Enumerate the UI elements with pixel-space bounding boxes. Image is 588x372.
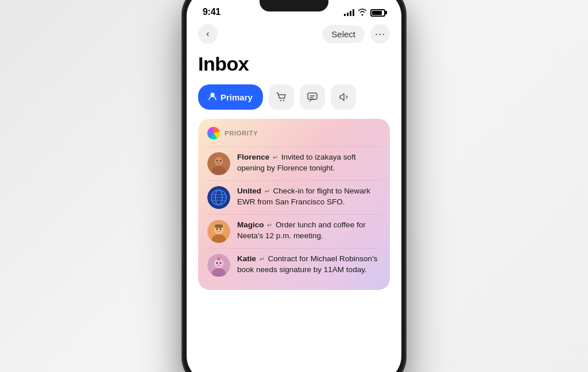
email-sender-florence: Florence bbox=[237, 153, 269, 161]
svg-point-29 bbox=[217, 257, 220, 261]
svg-rect-23 bbox=[215, 224, 223, 228]
email-sender-magico: Magico bbox=[237, 220, 264, 229]
signal-icon bbox=[344, 9, 354, 16]
select-button[interactable]: Select bbox=[322, 25, 365, 43]
phone-screen: 9:41 bbox=[187, 0, 401, 372]
email-content-florence: Florence ↵ Invited to izakaya soft openi… bbox=[237, 152, 381, 174]
more-button[interactable]: ··· bbox=[370, 24, 390, 44]
back-button[interactable]: ‹ bbox=[198, 24, 218, 44]
svg-point-27 bbox=[216, 262, 218, 264]
email-content-katie: Katie ↵ Contract for Michael Robinson's … bbox=[237, 254, 381, 276]
email-content-magico: Magico ↵ Order lunch and coffee for Neet… bbox=[237, 220, 381, 242]
priority-label: PRIORITY bbox=[225, 130, 258, 137]
tab-shopping[interactable] bbox=[269, 84, 294, 110]
back-chevron-icon: ‹ bbox=[206, 29, 209, 39]
email-item-magico[interactable]: Magico ↵ Order lunch and coffee for Neet… bbox=[207, 214, 381, 248]
chat-icon bbox=[307, 91, 318, 103]
person-icon bbox=[208, 92, 216, 102]
svg-point-22 bbox=[220, 228, 222, 230]
avatar-united bbox=[207, 186, 230, 209]
email-item-florence[interactable]: Florence ↵ Invited to izakaya soft openi… bbox=[207, 146, 381, 180]
dynamic-island bbox=[260, 0, 328, 11]
email-content-united: United ↵ Check-in for flight to Newark E… bbox=[237, 186, 381, 208]
cart-icon bbox=[276, 91, 287, 103]
tab-primary[interactable]: Primary bbox=[198, 84, 263, 110]
priority-header: PRIORITY bbox=[207, 127, 381, 140]
svg-point-2 bbox=[283, 100, 284, 101]
svg-point-1 bbox=[280, 100, 281, 101]
tab-primary-label: Primary bbox=[220, 92, 253, 102]
inbox-content: Inbox Primary bbox=[187, 48, 401, 372]
email-sender-katie: Katie bbox=[237, 254, 256, 263]
phone-wrapper: 9:41 bbox=[182, 0, 406, 372]
tab-promotions[interactable] bbox=[331, 84, 356, 110]
priority-icon bbox=[207, 127, 220, 140]
email-item-united[interactable]: United ↵ Check-in for flight to Newark E… bbox=[207, 180, 381, 214]
reply-icon-katie: ↵ bbox=[260, 255, 265, 264]
status-icons bbox=[344, 8, 385, 17]
battery-icon bbox=[370, 9, 385, 17]
megaphone-icon bbox=[338, 91, 349, 103]
tab-chat[interactable] bbox=[300, 84, 325, 110]
status-time: 9:41 bbox=[203, 7, 220, 17]
avatar-magico bbox=[207, 220, 230, 243]
ellipsis-icon: ··· bbox=[375, 28, 385, 40]
reply-icon: ↵ bbox=[273, 153, 278, 162]
svg-point-11 bbox=[220, 160, 222, 162]
email-item-katie[interactable]: Katie ↵ Contract for Michael Robinson's … bbox=[207, 248, 381, 282]
email-preview-katie: Contract for Michael Robinson's book nee… bbox=[237, 254, 377, 274]
nav-actions: Select ··· bbox=[322, 24, 390, 44]
wifi-icon bbox=[358, 8, 367, 17]
avatar-florence bbox=[207, 152, 230, 175]
avatar-katie bbox=[207, 254, 230, 277]
svg-point-9 bbox=[215, 157, 223, 165]
svg-point-28 bbox=[220, 262, 222, 264]
email-sender-united: United bbox=[237, 187, 261, 195]
reply-icon-magico: ↵ bbox=[267, 221, 272, 230]
category-tabs: Primary bbox=[198, 84, 390, 110]
inbox-title: Inbox bbox=[198, 53, 390, 75]
svg-point-10 bbox=[216, 160, 218, 162]
svg-point-21 bbox=[216, 228, 218, 230]
nav-bar: ‹ Select ··· bbox=[187, 22, 401, 48]
reply-icon-united: ↵ bbox=[265, 187, 270, 196]
phone-frame: 9:41 bbox=[182, 0, 406, 372]
priority-card: PRIORITY bbox=[198, 119, 390, 290]
